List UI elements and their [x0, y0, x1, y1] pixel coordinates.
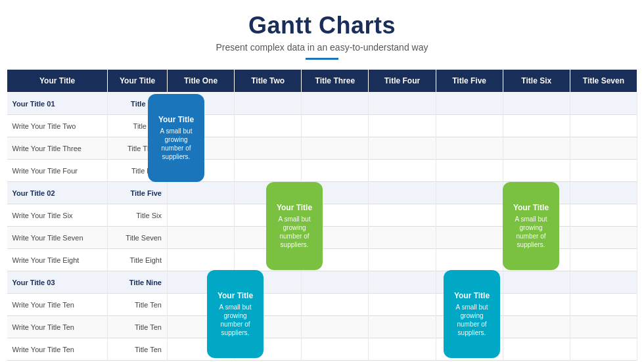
gantt-block-5: Your Title A small but growing number of… — [444, 270, 500, 358]
cell — [369, 93, 436, 115]
gantt-block-1-desc: A small but growing number of suppliers. — [154, 127, 198, 161]
page-title: Gantt Charts — [248, 12, 396, 39]
header-title-four: Title Four — [369, 70, 436, 93]
cell — [302, 115, 369, 137]
row-col2: Title Ten — [108, 338, 168, 361]
cell — [436, 227, 503, 249]
cell — [369, 249, 436, 271]
cell — [369, 137, 436, 160]
table-row: Write Your Title Ten Title Ten — [7, 294, 637, 316]
cell — [302, 137, 369, 160]
cell — [235, 93, 302, 115]
cell — [369, 227, 436, 249]
cell — [302, 160, 369, 182]
gantt-block-1: Your Title A small but growing number of… — [148, 94, 204, 182]
cell — [570, 115, 637, 137]
cell — [302, 294, 369, 316]
cell — [436, 137, 503, 160]
row-col2: Title Eight — [108, 249, 168, 271]
gantt-block-4-title: Your Title — [218, 291, 253, 302]
cell — [302, 316, 369, 338]
cell — [369, 294, 436, 316]
header-col2: Your Title — [108, 70, 168, 93]
row-col1: Write Your Title Four — [7, 160, 108, 182]
cell — [503, 160, 570, 182]
cell — [369, 160, 436, 182]
gantt-table-wrapper: Your Title Your Title Title One Title Tw… — [7, 69, 637, 361]
row-col2: Title Ten — [108, 294, 168, 316]
header-title-six: Title Six — [503, 70, 570, 93]
row-col1: Write Your Title Two — [7, 115, 108, 137]
table-row: Your Title 01 Title One — [7, 93, 637, 115]
row-col1: Write Your Title Ten — [7, 294, 108, 316]
cell — [302, 271, 369, 294]
cell — [570, 227, 637, 249]
gantt-block-3: Your Title A small but growing number of… — [503, 182, 559, 270]
gantt-block-5-desc: A small but growing number of suppliers. — [450, 303, 494, 337]
cell — [235, 115, 302, 137]
row-col1: Your Title 02 — [7, 182, 108, 204]
cell — [436, 249, 503, 271]
cell — [235, 160, 302, 182]
gantt-block-3-desc: A small but growing number of suppliers. — [509, 215, 553, 249]
cell — [167, 204, 234, 227]
cell — [570, 93, 637, 115]
row-col1: Write Your Title Ten — [7, 338, 108, 361]
cell — [570, 160, 637, 182]
row-col1: Your Title 03 — [7, 271, 108, 294]
row-col1: Your Title 01 — [7, 93, 108, 115]
cell — [235, 137, 302, 160]
cell — [369, 338, 436, 361]
cell — [570, 204, 637, 227]
page-subtitle: Present complex data in an easy-to-under… — [216, 42, 428, 53]
gantt-block-4-desc: A small but growing number of suppliers. — [214, 303, 257, 337]
cell — [167, 182, 234, 204]
row-col2: Title Seven — [108, 227, 168, 249]
header-title-two: Title Two — [235, 70, 302, 93]
gantt-block-2-desc: A small but growing number of suppliers. — [273, 215, 316, 249]
cell — [570, 137, 637, 160]
row-col1: Write Your Title Three — [7, 137, 108, 160]
cell — [369, 271, 436, 294]
cell — [503, 137, 570, 160]
cell — [570, 249, 637, 271]
header-title-seven: Title Seven — [570, 70, 637, 93]
cell — [167, 249, 234, 271]
cell — [503, 115, 570, 137]
header-title-three: Title Three — [302, 70, 369, 93]
cell — [369, 204, 436, 227]
row-col2: Title Six — [108, 204, 168, 227]
table-header: Your Title Your Title Title One Title Tw… — [7, 70, 637, 93]
cell — [503, 338, 570, 361]
table-row: Write Your Title Ten Title Ten — [7, 316, 637, 338]
title-divider — [306, 58, 338, 60]
cell — [436, 204, 503, 227]
cell — [167, 227, 234, 249]
gantt-block-1-title: Your Title — [158, 115, 194, 125]
cell — [570, 338, 637, 361]
table-row: Write Your Title Three Title Three — [7, 137, 637, 160]
cell — [369, 115, 436, 137]
gantt-block-5-title: Your Title — [454, 291, 490, 302]
header-title-five: Title Five — [436, 70, 503, 93]
gantt-block-2: Your Title A small but growing number of… — [266, 182, 323, 270]
row-col1: Write Your Title Seven — [7, 227, 108, 249]
cell — [503, 271, 570, 294]
cell — [369, 316, 436, 338]
cell — [503, 316, 570, 338]
table-row: Write Your Title Ten Title Ten — [7, 338, 637, 361]
cell — [302, 93, 369, 115]
row-col2: Title Ten — [108, 316, 168, 338]
header-col1: Your Title — [7, 70, 108, 93]
row-col1: Write Your Title Six — [7, 204, 108, 227]
cell — [369, 182, 436, 204]
gantt-block-2-title: Your Title — [277, 203, 312, 214]
gantt-container: Your Title Your Title Title One Title Tw… — [7, 69, 637, 361]
row-col2: Title Five — [108, 182, 168, 204]
cell — [436, 115, 503, 137]
page: Gantt Charts Present complex data in an … — [0, 0, 644, 362]
header-title-one: Title One — [167, 70, 234, 93]
row-col1: Write Your Title Eight — [7, 249, 108, 271]
row-col2: Title Nine — [108, 271, 168, 294]
table-row: Your Title 03 Title Nine — [7, 271, 637, 294]
